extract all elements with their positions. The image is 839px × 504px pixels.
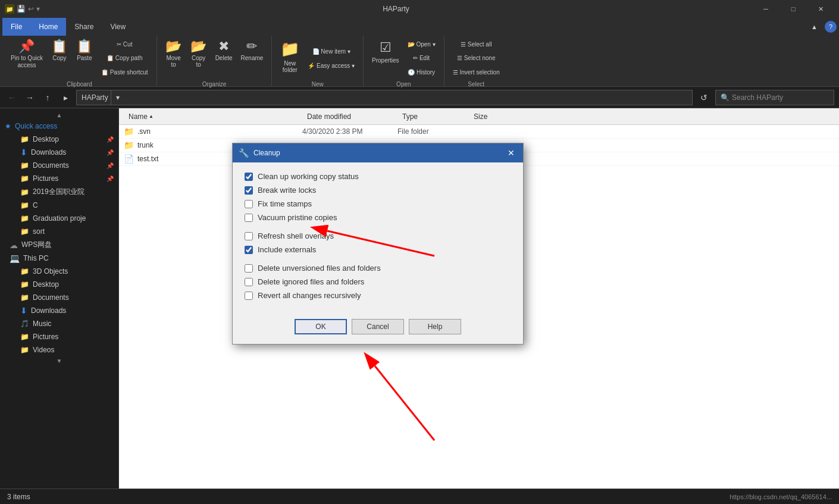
checkbox-delete-ignored-input[interactable] [245, 278, 253, 286]
search-bar[interactable]: 🔍 Search HAParty [715, 90, 834, 105]
sidebar-item-3d-objects[interactable]: 📁 3D Objects [0, 265, 118, 278]
invert-selection-button[interactable]: ☰ Invert selection [449, 66, 503, 79]
checkbox-clean-up-input[interactable] [245, 173, 253, 181]
help-button[interactable]: ? [825, 21, 837, 33]
checkbox-refresh-shell-input[interactable] [245, 232, 253, 240]
select-all-button[interactable]: ☰ Select all [449, 38, 503, 51]
watermark-text: https://blog.csdn.net/qq_4065614... [730, 493, 832, 500]
up-button[interactable]: ↑ [40, 90, 55, 105]
toolbar-quick-save[interactable]: 💾 [17, 5, 26, 13]
file-list-header: Name ▲ Date modified Type Size [119, 108, 839, 125]
checkbox-include-externals-input[interactable] [245, 246, 253, 254]
dialog-close-button[interactable]: ✕ [505, 147, 517, 159]
sidebar-item-downloads-qa[interactable]: ⬇ Downloads 📌 [0, 146, 118, 159]
sidebar-item-pictures-pc[interactable]: 📁 Pictures [0, 330, 118, 343]
sidebar-item-c[interactable]: 📁 C [0, 199, 118, 212]
copy-button[interactable]: 📋 Copy [48, 38, 71, 79]
new-folder-button[interactable]: 📁 Newfolder [277, 38, 303, 79]
folder-icon: 📁 [20, 201, 29, 209]
title-bar-icons: 📁 💾 ↩ ▾ [5, 4, 40, 14]
sidebar-item-quick-access[interactable]: ★ Quick access [0, 120, 118, 133]
maximize-button[interactable]: □ [779, 0, 807, 18]
download-icon: ⬇ [20, 148, 27, 157]
tab-share[interactable]: Share [66, 18, 102, 36]
dialog-icon: 🔧 [239, 148, 249, 158]
pin-icon: 📌 [18, 40, 35, 53]
copy-path-button[interactable]: 📋 Copy path [98, 52, 152, 64]
sidebar-item-downloads-pc[interactable]: ⬇ Downloads [0, 304, 118, 317]
file-icon: 📄 [124, 154, 134, 164]
select-none-button[interactable]: ☰ Select none [449, 52, 503, 64]
file-type-svn: File folder [397, 127, 469, 136]
checkbox-revert-input[interactable] [245, 292, 253, 300]
open-button[interactable]: 📂 Open ▾ [404, 38, 439, 51]
file-row[interactable]: 📁 .svn 4/30/2020 2:38 PM File folder [119, 125, 839, 139]
ribbon-tab-bar: File Home Share View ▲ ? [0, 18, 839, 36]
address-path[interactable]: HAParty ▾ [76, 90, 693, 105]
scroll-up-indicator[interactable]: ▲ [0, 111, 118, 120]
checkbox-vacuum-input[interactable] [245, 214, 253, 222]
help-button[interactable]: Help [409, 319, 461, 334]
col-header-size[interactable]: Size [469, 111, 516, 122]
checkbox-delete-unversioned: Delete unversioned files and folders [245, 264, 511, 273]
toolbar-dropdown[interactable]: ▾ [36, 5, 40, 13]
pin-to-quick-access-button[interactable]: 📌 Pin to Quickaccess [7, 38, 46, 79]
new-item-button[interactable]: 📄 New item ▾ [304, 45, 358, 58]
folder-icon: 📁 [20, 188, 29, 196]
rename-button[interactable]: ✏ Rename [237, 38, 267, 79]
move-to-button[interactable]: 📂 Moveto [162, 38, 186, 79]
ribbon-expand-button[interactable]: ▲ [806, 21, 822, 33]
sidebar-item-documents-pc[interactable]: 📁 Documents [0, 291, 118, 304]
back-button[interactable]: ← [5, 90, 19, 105]
scroll-down-indicator[interactable]: ▼ [0, 356, 118, 365]
edit-button[interactable]: ✏ Edit [404, 52, 439, 64]
sidebar-item-desktop-qa[interactable]: 📁 Desktop 📌 [0, 133, 118, 146]
address-dropdown-button[interactable]: ▾ [111, 90, 125, 105]
move-icon: 📂 [165, 40, 181, 53]
toolbar-undo[interactable]: ↩ [28, 5, 34, 13]
paste-button[interactable]: 📋 Paste [73, 38, 96, 79]
dialog-title-bar: 🔧 Cleanup ✕ [233, 143, 523, 162]
checkbox-fix-timestamps-input[interactable] [245, 200, 253, 208]
col-header-type[interactable]: Type [397, 111, 469, 122]
sidebar-item-2019[interactable]: 📁 2019全国职业院 [0, 185, 118, 199]
delete-button[interactable]: ✖ Delete [212, 38, 236, 79]
forward-button[interactable]: → [23, 90, 37, 105]
checkbox-break-write-locks-input[interactable] [245, 186, 253, 195]
folder-icon: 📁 [20, 227, 29, 236]
recent-locations-button[interactable]: ▸ [58, 90, 73, 105]
ok-button[interactable]: OK [295, 319, 347, 334]
sidebar-item-desktop-pc[interactable]: 📁 Desktop [0, 278, 118, 291]
sidebar-item-pictures-qa[interactable]: 📁 Pictures 📌 [0, 172, 118, 185]
easy-access-button[interactable]: ⚡ Easy access ▾ [304, 59, 358, 72]
select-buttons: ☰ Select all ☰ Select none ☰ Invert sele… [449, 38, 503, 79]
ribbon-group-organize: 📂 Moveto 📂 Copyto ✖ Delete ✏ Rename Orga… [157, 36, 273, 86]
tab-view[interactable]: View [102, 18, 134, 36]
sidebar-item-sort[interactable]: 📁 sort [0, 225, 118, 238]
col-header-name[interactable]: Name ▲ [124, 111, 302, 122]
close-button[interactable]: ✕ [807, 0, 834, 18]
minimize-button[interactable]: ─ [752, 0, 779, 18]
cut-button[interactable]: ✂ Cut [98, 38, 152, 51]
sidebar-item-wps[interactable]: ☁ WPS网盘 [0, 238, 118, 252]
cancel-button[interactable]: Cancel [352, 319, 404, 334]
col-header-date[interactable]: Date modified [302, 111, 397, 122]
sidebar-item-videos[interactable]: 📁 Videos [0, 343, 118, 356]
checkbox-include-externals-label: Include externals [258, 245, 316, 254]
select-label: Select [468, 81, 484, 87]
dialog-title: Cleanup [253, 149, 500, 157]
sidebar-item-graduation[interactable]: 📁 Graduation proje [0, 212, 118, 225]
folder-icon: 📁 [20, 280, 29, 289]
tab-home[interactable]: Home [30, 18, 66, 36]
copy-to-button[interactable]: 📂 Copyto [187, 38, 211, 79]
sidebar-item-documents-qa[interactable]: 📁 Documents 📌 [0, 159, 118, 172]
history-button[interactable]: 🕐 History [404, 66, 439, 79]
tab-file[interactable]: File [2, 18, 30, 36]
checkbox-delete-unversioned-input[interactable] [245, 264, 253, 273]
refresh-button[interactable]: ↺ [696, 90, 712, 105]
properties-button[interactable]: ☑ Properties [368, 38, 403, 79]
folder-icon: 📁 [124, 140, 134, 150]
sidebar-item-this-pc[interactable]: 💻 This PC [0, 252, 118, 265]
sidebar-item-music[interactable]: 🎵 Music [0, 317, 118, 330]
paste-shortcut-button[interactable]: 📋 Paste shortcut [98, 66, 152, 79]
